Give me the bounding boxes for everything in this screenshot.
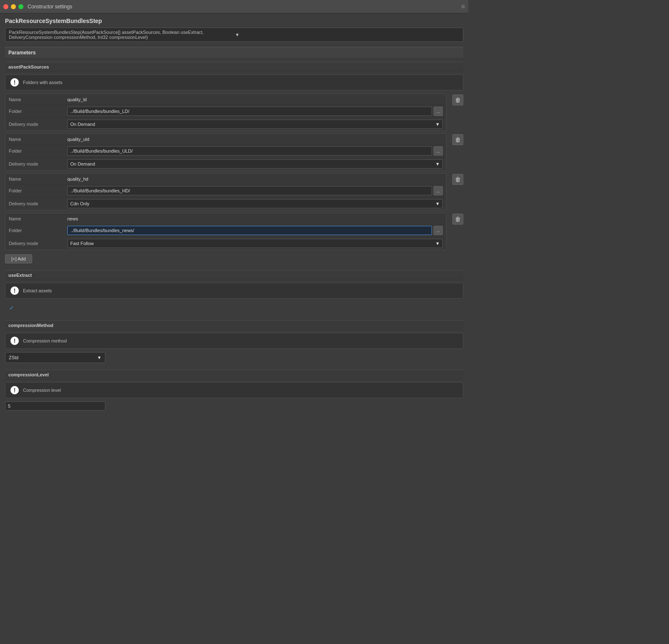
delete-btn-3[interactable]: 🗑 (452, 214, 463, 225)
asset-entry-3-rows: Name news Folder ... Delivery mode Fas (5, 213, 447, 250)
delete-btn-2[interactable]: 🗑 (452, 174, 463, 185)
compression-method-info-text: Compression method (23, 338, 67, 343)
compression-level-input[interactable] (5, 401, 105, 411)
use-extract-section: useExtract ! Extract assets ✓ (5, 270, 463, 314)
use-extract-info-text: Extract assets (23, 288, 52, 293)
asset-entry-2-rows: Name quality_hd Folder ... Delivery mode (5, 173, 447, 210)
use-extract-info: ! Extract assets (5, 283, 463, 299)
delete-btn-container-0: 🗑 (449, 94, 463, 131)
delivery-value-2: Cdn Only (70, 201, 89, 206)
delivery-select-1[interactable]: On Demand ▼ (67, 159, 443, 169)
name-label-3: Name (9, 216, 67, 221)
delivery-value-3: Fast Follow (70, 241, 94, 246)
folder-label-3: Folder (9, 228, 67, 233)
folder-label-1: Folder (9, 148, 67, 153)
folder-label-0: Folder (9, 109, 67, 114)
constructor-dropdown[interactable]: PackResourceSystemBundlesStep(AssetPackS… (5, 28, 463, 42)
window-menu-icon[interactable]: ≡ (461, 3, 465, 10)
asset-entry-0: Name quality_ld Folder ... Delivery mode (5, 94, 463, 131)
asset-entry-1-rows: Name quality_uld Folder ... Delivery mod… (5, 133, 447, 171)
name-label-2: Name (9, 176, 67, 181)
browse-btn-3[interactable]: ... (434, 226, 443, 235)
use-extract-checkbox-row: ✓ (5, 302, 463, 314)
use-extract-label: useExtract (5, 270, 463, 280)
window-title: Constructor settings (28, 4, 72, 10)
folder-input-2[interactable] (67, 186, 432, 195)
asset-entry-0-name-row: Name quality_ld (5, 94, 446, 105)
add-asset-button[interactable]: [+] Add (5, 254, 32, 263)
delete-btn-container-3: 🗑 (449, 213, 463, 250)
folder-input-3[interactable] (67, 226, 432, 235)
asset-entry-1-folder-row: Folder ... (5, 145, 446, 158)
asset-entry-1: Name quality_uld Folder ... Delivery mod… (5, 133, 463, 171)
compression-method-info: ! Compression method (5, 333, 463, 349)
delivery-label-0: Delivery mode (9, 122, 67, 127)
constructor-dropdown-arrow: ▼ (235, 32, 460, 37)
asset-entry-3-delivery-row: Delivery mode Fast Follow ▼ (5, 237, 446, 250)
folder-input-0[interactable] (67, 107, 432, 116)
window-controls (3, 4, 23, 9)
compression-method-arrow: ▼ (97, 355, 102, 360)
delivery-arrow-1: ▼ (435, 161, 440, 166)
name-label-0: Name (9, 97, 67, 102)
delivery-value-0: On Demand (70, 122, 95, 127)
delivery-label-3: Delivery mode (9, 241, 67, 246)
delivery-arrow-0: ▼ (435, 122, 440, 127)
delivery-label-1: Delivery mode (9, 161, 67, 166)
asset-pack-sources-info-text: Folders with assets (23, 80, 62, 85)
delivery-select-3[interactable]: Fast Follow ▼ (67, 239, 443, 248)
folder-row-2: ... (67, 186, 443, 195)
delivery-select-0[interactable]: On Demand ▼ (67, 120, 443, 129)
asset-entry-2: Name quality_hd Folder ... Delivery mode (5, 173, 463, 210)
compression-method-select[interactable]: ZStd ▼ (5, 352, 105, 363)
asset-entry-0-delivery-row: Delivery mode On Demand ▼ (5, 118, 446, 130)
asset-entry-2-name-row: Name quality_hd (5, 174, 446, 184)
info-icon: ! (10, 78, 19, 87)
parameters-section-title: Parameters (5, 47, 463, 59)
compression-method-section: compressionMethod ! Compression method Z… (5, 320, 463, 363)
title-bar: Constructor settings ≡ (0, 0, 468, 13)
compression-method-value: ZStd (9, 355, 18, 360)
delivery-select-2[interactable]: Cdn Only ▼ (67, 199, 443, 208)
folder-label-2: Folder (9, 188, 67, 193)
asset-entry-1-name-row: Name quality_uld (5, 134, 446, 145)
close-button[interactable] (3, 4, 8, 9)
delivery-arrow-3: ▼ (435, 241, 440, 246)
use-extract-checkbox[interactable]: ✓ (8, 304, 15, 311)
delete-btn-container-2: 🗑 (449, 173, 463, 210)
asset-entry-3-name-row: Name news (5, 213, 446, 224)
maximize-button[interactable] (18, 4, 23, 9)
delete-btn-0[interactable]: 🗑 (452, 95, 463, 105)
folder-row-3: ... (67, 226, 443, 235)
asset-name-3: news (67, 216, 443, 221)
asset-pack-sources-label: assetPackSources (5, 62, 463, 72)
browse-btn-0[interactable]: ... (434, 107, 443, 116)
browse-btn-1[interactable]: ... (434, 146, 443, 156)
asset-entry-2-folder-row: Folder ... (5, 184, 446, 197)
asset-entry-0-folder-row: Folder ... (5, 105, 446, 118)
delivery-label-2: Delivery mode (9, 201, 67, 206)
compression-level-label: compressionLevel (5, 370, 463, 380)
minimize-button[interactable] (11, 4, 16, 9)
main-content: PackResourceSystemBundlesStep PackResour… (0, 13, 468, 422)
folder-row-1: ... (67, 146, 443, 156)
asset-entry-1-delivery-row: Delivery mode On Demand ▼ (5, 158, 446, 170)
constructor-signature: PackResourceSystemBundlesStep(AssetPackS… (9, 30, 233, 40)
asset-entry-3-folder-row: Folder ... (5, 224, 446, 237)
delete-btn-container-1: 🗑 (449, 133, 463, 171)
compression-level-info-icon: ! (10, 386, 19, 394)
browse-btn-2[interactable]: ... (434, 186, 443, 195)
use-extract-info-icon: ! (10, 286, 19, 295)
delivery-arrow-2: ▼ (435, 201, 440, 206)
class-name: PackResourceSystemBundlesStep (5, 18, 463, 24)
compression-level-info-text: Compression level (23, 388, 61, 393)
folder-input-1[interactable] (67, 146, 432, 156)
compression-level-info: ! Compression level (5, 382, 463, 398)
asset-entry-2-delivery-row: Delivery mode Cdn Only ▼ (5, 197, 446, 210)
folder-row-0: ... (67, 107, 443, 116)
asset-name-1: quality_uld (67, 137, 443, 142)
asset-pack-sources-section: assetPackSources ! Folders with assets N… (5, 62, 463, 263)
compression-level-section: compressionLevel ! Compression level (5, 370, 463, 411)
delete-btn-1[interactable]: 🗑 (452, 134, 463, 145)
compression-method-label: compressionMethod (5, 320, 463, 330)
